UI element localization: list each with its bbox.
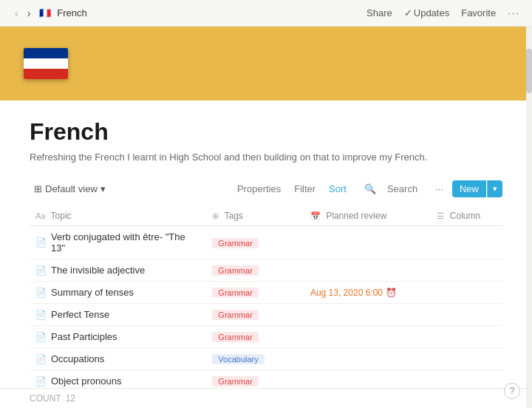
flag-white: [24, 58, 68, 69]
new-button-group: New ▾: [452, 180, 502, 197]
column-cell-3: [431, 304, 502, 326]
flag-blue: [24, 48, 68, 58]
column-cell-2: [431, 282, 502, 304]
properties-button[interactable]: Properties: [233, 180, 285, 197]
table-row[interactable]: 📄 The invisible adjective Grammar: [30, 259, 502, 282]
tag-badge[interactable]: Grammar: [212, 288, 258, 298]
tag-badge[interactable]: Grammar: [212, 310, 258, 320]
filter-button[interactable]: Filter: [290, 180, 320, 197]
tag-badge[interactable]: Grammar: [212, 238, 258, 248]
topic-text: Verb conjugated with être- "The 13": [51, 231, 200, 254]
topic-col-icon: Aa: [35, 211, 45, 220]
scrollbar-track[interactable]: [526, 27, 532, 408]
toolbar-right: Properties Filter Sort 🔍 Search ··· New …: [233, 177, 502, 200]
count-bar: COUNT 12: [0, 388, 532, 408]
title-bar: ‹ › 🇫🇷 French Share ✓ Updates Favorite ·…: [0, 0, 532, 27]
view-icon: ⊞: [34, 183, 42, 194]
tag-cell-5: Vocabulary: [206, 348, 304, 370]
tag-badge[interactable]: Vocabulary: [212, 354, 264, 364]
column-cell-4: [431, 326, 502, 348]
search-button[interactable]: 🔍 Search: [355, 177, 426, 200]
topic-cell-4: 📄 Past Participles: [30, 326, 206, 348]
tag-cell-4: Grammar: [206, 326, 304, 348]
count-label: COUNT: [30, 393, 61, 404]
tag-badge[interactable]: Grammar: [212, 376, 258, 387]
toolbar-left: ⊞ Default view ▾: [30, 180, 110, 197]
flag-icon-small: 🇫🇷: [39, 7, 51, 18]
topic-cell-0: 📄 Verb conjugated with être- "The 13": [30, 226, 206, 259]
review-cell-1: [304, 259, 432, 282]
more-options-button[interactable]: ···: [508, 7, 520, 18]
content-area: French Refreshing the French I learnt in…: [0, 101, 532, 408]
tag-cell-3: Grammar: [206, 304, 304, 326]
tag-badge[interactable]: Grammar: [212, 265, 258, 276]
favorite-button[interactable]: Favorite: [461, 7, 496, 18]
col-planned-review: 📅 Planned review: [304, 206, 432, 226]
toolbar: ⊞ Default view ▾ Properties Filter Sort …: [30, 177, 502, 200]
table-row[interactable]: 📄 Occupations Vocabulary: [30, 348, 502, 370]
nav-buttons: ‹ ›: [12, 6, 33, 21]
review-cell-2: Aug 13, 2020 6:00 ⏰: [304, 282, 432, 304]
page-banner: [0, 27, 532, 101]
more-toolbar-options[interactable]: ···: [431, 180, 448, 197]
topic-text: Occupations: [51, 353, 104, 364]
review-cell-3: [304, 304, 432, 326]
column-cell-1: [431, 259, 502, 282]
back-button[interactable]: ‹: [12, 6, 21, 21]
new-button-caret[interactable]: ▾: [487, 180, 502, 197]
table-row[interactable]: 📄 Perfect Tense Grammar: [30, 304, 502, 326]
flag-red: [24, 69, 68, 79]
review-cell-0: [304, 226, 432, 259]
column-col-icon: ☰: [437, 211, 444, 220]
table-header-row: Aa Topic ⊕ Tags 📅 Planned review ☰ Colum…: [30, 206, 502, 226]
page-name-title: French: [57, 7, 86, 18]
topic-text: Past Participles: [51, 331, 117, 342]
tag-cell-1: Grammar: [206, 259, 304, 282]
page-title: French: [30, 118, 502, 146]
doc-icon: 📄: [35, 376, 47, 387]
help-button[interactable]: ?: [504, 383, 520, 399]
data-table: Aa Topic ⊕ Tags 📅 Planned review ☰ Colum…: [30, 206, 502, 408]
doc-icon: 📄: [35, 237, 47, 248]
table-row[interactable]: 📄 Past Participles Grammar: [30, 326, 502, 348]
topic-text: Object pronouns: [51, 375, 121, 387]
new-button[interactable]: New: [452, 180, 486, 197]
doc-icon: 📄: [35, 354, 47, 364]
search-icon: 🔍: [360, 180, 381, 197]
check-icon: ✓: [404, 7, 412, 18]
doc-icon: 📄: [35, 265, 47, 276]
chevron-down-icon: ▾: [100, 183, 106, 194]
topic-cell-5: 📄 Occupations: [30, 348, 206, 370]
table-row[interactable]: 📄 Summary of tenses GrammarAug 13, 2020 …: [30, 282, 502, 304]
default-view-button[interactable]: ⊞ Default view ▾: [30, 180, 110, 197]
doc-icon: 📄: [35, 310, 47, 320]
updates-button[interactable]: ✓ Updates: [404, 7, 449, 18]
column-cell-0: [431, 226, 502, 259]
share-button[interactable]: Share: [366, 7, 392, 18]
title-bar-right: Share ✓ Updates Favorite ···: [366, 7, 520, 18]
tag-badge[interactable]: Grammar: [212, 332, 258, 342]
calendar-col-icon: 📅: [310, 211, 321, 220]
topic-cell-3: 📄 Perfect Tense: [30, 304, 206, 326]
planned-review-date: Aug 13, 2020 6:00 ⏰: [310, 288, 426, 298]
alarm-icon: ⏰: [386, 288, 397, 298]
count-value: 12: [66, 393, 75, 404]
column-cell-5: [431, 348, 502, 370]
tag-cell-0: Grammar: [206, 226, 304, 259]
french-flag: [24, 48, 68, 79]
tags-col-icon: ⊕: [212, 211, 219, 220]
topic-cell-2: 📄 Summary of tenses: [30, 282, 206, 304]
tag-cell-2: Grammar: [206, 282, 304, 304]
table-row[interactable]: 📄 Verb conjugated with être- "The 13" Gr…: [30, 226, 502, 259]
topic-text: Perfect Tense: [51, 309, 109, 320]
sort-button[interactable]: Sort: [324, 180, 351, 197]
col-tags: ⊕ Tags: [206, 206, 304, 226]
doc-icon: 📄: [35, 288, 47, 298]
topic-text: The invisible adjective: [51, 265, 145, 276]
topic-cell-1: 📄 The invisible adjective: [30, 259, 206, 282]
scrollbar-thumb[interactable]: [526, 49, 532, 93]
doc-icon: 📄: [35, 332, 47, 342]
page-description: Refreshing the French I learnt in High S…: [30, 152, 502, 163]
col-topic: Aa Topic: [30, 206, 206, 226]
forward-button[interactable]: ›: [24, 6, 34, 21]
